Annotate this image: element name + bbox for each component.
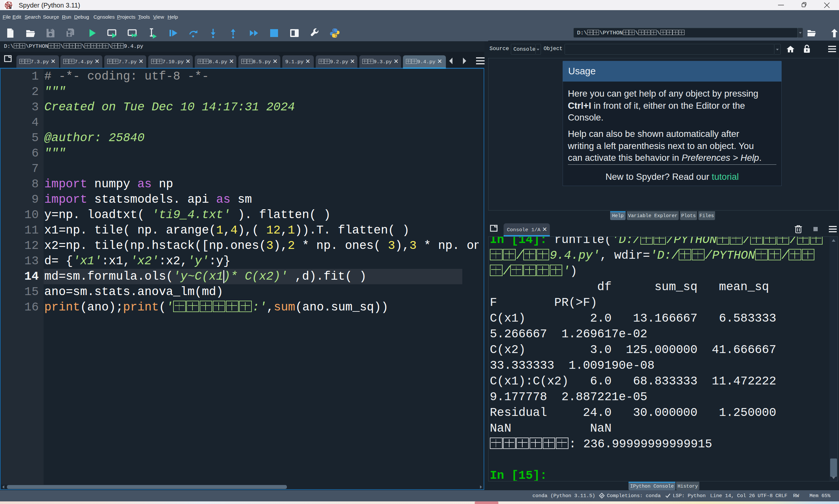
svg-text:S: S xyxy=(9,5,12,10)
